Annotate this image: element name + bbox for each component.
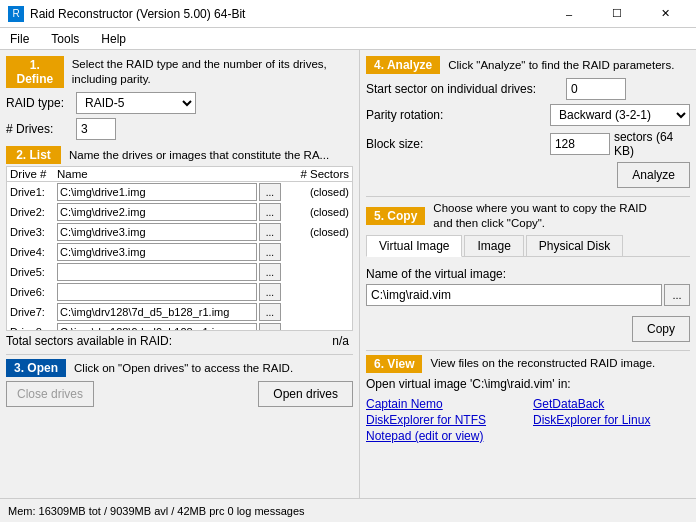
- section4: 4. Analyze Click "Analyze" to find the R…: [366, 56, 690, 188]
- table-row: Drive8:...: [7, 322, 352, 331]
- drive-status: [292, 322, 352, 331]
- table-row: Drive7:...: [7, 302, 352, 322]
- drive-path-cell: ...: [54, 322, 292, 331]
- link-notepad[interactable]: Notepad (edit or view): [366, 429, 523, 443]
- block-size-label: Block size:: [366, 137, 550, 151]
- drive-label: Drive2:: [7, 202, 54, 222]
- drive-path-input[interactable]: [57, 203, 257, 221]
- total-sectors-value: n/a: [332, 334, 349, 348]
- close-button[interactable]: ✕: [642, 3, 688, 25]
- drive-browse-button[interactable]: ...: [259, 263, 281, 281]
- drive-path-input[interactable]: [57, 263, 257, 281]
- drive-path-input[interactable]: [57, 303, 257, 321]
- section2: 2. List Name the drives or images that c…: [6, 146, 353, 348]
- analyze-button[interactable]: Analyze: [617, 162, 690, 188]
- drive-path-cell: ...: [54, 202, 292, 222]
- drive-path-cell: ...: [54, 222, 292, 242]
- menu-file[interactable]: File: [4, 30, 35, 48]
- drive-browse-button[interactable]: ...: [259, 223, 281, 241]
- tab-virtual-image[interactable]: Virtual Image: [366, 235, 462, 257]
- minimize-button[interactable]: –: [546, 3, 592, 25]
- link-captain-nemo[interactable]: Captain Nemo: [366, 397, 523, 411]
- drive-label: Drive6:: [7, 282, 54, 302]
- section2-desc: Name the drives or images that constitut…: [69, 148, 329, 163]
- total-sectors-row: Total sectors available in RAID: n/a: [6, 334, 353, 348]
- virtual-image-input[interactable]: [366, 284, 662, 306]
- drive-path-cell: ...: [54, 262, 292, 282]
- drive-status: (closed): [292, 182, 352, 203]
- drive-path-input[interactable]: [57, 323, 257, 331]
- app-icon: R: [8, 6, 24, 22]
- section1-badge: 1. Define: [6, 56, 64, 88]
- link-diskexplorer-ntfs[interactable]: DiskExplorer for NTFS: [366, 413, 523, 427]
- section2-badge: 2. List: [6, 146, 61, 164]
- drive-path-input[interactable]: [57, 183, 257, 201]
- menu-help[interactable]: Help: [95, 30, 132, 48]
- section5: 5. Copy Choose where you want to copy th…: [366, 201, 690, 342]
- link-getdataback[interactable]: GetDataBack: [533, 397, 690, 411]
- section6-badge: 6. View: [366, 355, 422, 373]
- virtual-image-label: Name of the virtual image:: [366, 267, 690, 281]
- drive-browse-button[interactable]: ...: [259, 283, 281, 301]
- section5-desc: Choose where you want to copy the RAID a…: [433, 201, 647, 231]
- raid-type-select[interactable]: RAID-5 RAID-4 RAID-6 JBOD RAID-0 RAID-1 …: [76, 92, 196, 114]
- link-diskexplorer-linux[interactable]: DiskExplorer for Linux: [533, 413, 690, 427]
- open-drives-button[interactable]: Open drives: [258, 381, 353, 407]
- section4-desc: Click "Analyze" to find the RAID paramet…: [448, 58, 674, 73]
- section3-buttons: Close drives Open drives: [6, 381, 353, 407]
- drive-browse-button[interactable]: ...: [259, 183, 281, 201]
- block-size-input[interactable]: [550, 133, 610, 155]
- drive-path-input[interactable]: [57, 223, 257, 241]
- section6: 6. View View files on the reconstructed …: [366, 355, 690, 443]
- raid-type-row: RAID type: RAID-5 RAID-4 RAID-6 JBOD RAI…: [6, 92, 353, 114]
- virtual-image-input-row: ...: [366, 284, 690, 306]
- section6-desc: View files on the reconstructed RAID ima…: [430, 356, 655, 371]
- drive-path-cell: ...: [54, 302, 292, 322]
- drive-path-input[interactable]: [57, 243, 257, 261]
- drive-status: [292, 262, 352, 282]
- drive-label: Drive1:: [7, 182, 54, 203]
- parity-rotation-select[interactable]: Backward (3-2-1) Forward (1-2-3) No rota…: [550, 104, 690, 126]
- tab-physical-disk[interactable]: Physical Disk: [526, 235, 623, 256]
- parity-rotation-row: Parity rotation: Backward (3-2-1) Forwar…: [366, 104, 690, 126]
- section3-header: 3. Open Click on "Open drives" to access…: [6, 359, 353, 377]
- drive-browse-button[interactable]: ...: [259, 323, 281, 331]
- left-panel: 1. Define Select the RAID type and the n…: [0, 50, 360, 498]
- drive-browse-button[interactable]: ...: [259, 303, 281, 321]
- window-controls: – ☐ ✕: [546, 3, 688, 25]
- table-row: Drive4:...: [7, 242, 352, 262]
- block-size-row: Block size: sectors (64 KB): [366, 130, 690, 158]
- drive-status: [292, 282, 352, 302]
- menu-tools[interactable]: Tools: [45, 30, 85, 48]
- start-sector-input[interactable]: [566, 78, 626, 100]
- raid-type-label: RAID type:: [6, 96, 76, 110]
- drives-scroll-area[interactable]: Drive # Name # Sectors Drive1:...(closed…: [6, 166, 353, 331]
- table-row: Drive1:...(closed): [7, 182, 352, 203]
- maximize-button[interactable]: ☐: [594, 3, 640, 25]
- parity-rotation-label: Parity rotation:: [366, 108, 550, 122]
- drives-count-label: # Drives:: [6, 122, 76, 136]
- status-bar: Mem: 16309MB tot / 9039MB avl / 42MB prc…: [0, 498, 696, 522]
- drive-status: (closed): [292, 222, 352, 242]
- copy-button[interactable]: Copy: [632, 316, 690, 342]
- close-drives-button[interactable]: Close drives: [6, 381, 94, 407]
- tab-bar: Virtual Image Image Physical Disk: [366, 235, 690, 257]
- tab-image[interactable]: Image: [464, 235, 523, 256]
- section3-badge: 3. Open: [6, 359, 66, 377]
- table-row: Drive5:...: [7, 262, 352, 282]
- drive-status: (closed): [292, 202, 352, 222]
- main-content: 1. Define Select the RAID type and the n…: [0, 50, 696, 498]
- drive-browse-button[interactable]: ...: [259, 203, 281, 221]
- section1-header: 1. Define Select the RAID type and the n…: [6, 56, 353, 88]
- section6-header: 6. View View files on the reconstructed …: [366, 355, 690, 373]
- status-text: Mem: 16309MB tot / 9039MB avl / 42MB prc…: [8, 505, 305, 517]
- drive-path-input[interactable]: [57, 283, 257, 301]
- drive-browse-button[interactable]: ...: [259, 243, 281, 261]
- col-drive-num: Drive #: [7, 167, 54, 182]
- drive-label: Drive5:: [7, 262, 54, 282]
- drives-count-input[interactable]: [76, 118, 116, 140]
- right-panel: 4. Analyze Click "Analyze" to find the R…: [360, 50, 696, 498]
- virtual-image-browse-button[interactable]: ...: [664, 284, 690, 306]
- window-title: Raid Reconstructor (Version 5.00) 64-Bit: [30, 7, 546, 21]
- col-sectors: # Sectors: [292, 167, 352, 182]
